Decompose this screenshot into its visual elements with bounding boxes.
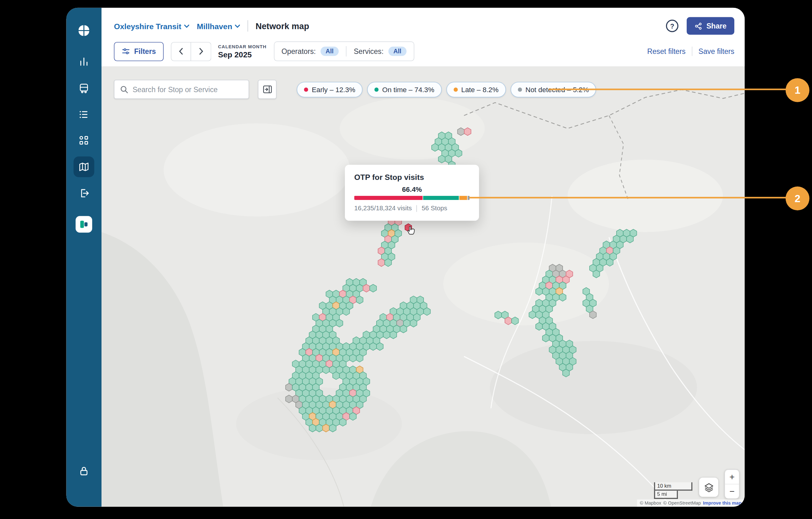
hex-cell[interactable] [432, 143, 438, 152]
sidebar-item-vehicles[interactable] [74, 78, 94, 99]
mapbox-attribution-link[interactable]: © Mapbox [640, 500, 661, 506]
hex-cell[interactable] [378, 258, 385, 266]
sidebar-item-workspace[interactable] [74, 214, 94, 235]
chevron-right-icon [199, 48, 203, 55]
logout-icon [78, 187, 90, 199]
lock-icon [78, 465, 90, 476]
panel-expand-button[interactable] [258, 80, 277, 99]
month-nav [171, 42, 211, 61]
hex-cell[interactable] [377, 343, 383, 350]
sidebar [66, 8, 102, 507]
operators-value-badge[interactable]: All [320, 47, 339, 56]
hex-cell[interactable] [356, 354, 363, 362]
legend-label: Early – 12.3% [312, 86, 355, 94]
sidebar-item-apps[interactable] [74, 130, 94, 151]
calendar-month: CALENDAR MONTH Sep 2025 [218, 44, 267, 59]
layers-button[interactable] [699, 477, 718, 497]
sidebar-item-logout[interactable] [74, 183, 94, 204]
hex-cell[interactable] [329, 425, 336, 432]
hex-cell[interactable] [563, 369, 569, 377]
tooltip-bar-segment-early [354, 196, 423, 200]
hex-cell[interactable] [400, 325, 407, 333]
search-input[interactable] [133, 85, 243, 93]
breadcrumb-org[interactable]: Oxleyshire Transit [114, 22, 190, 30]
hex-cell[interactable] [536, 288, 542, 295]
hex-cell[interactable] [286, 383, 292, 391]
hex-cell[interactable] [529, 311, 536, 319]
next-month-button[interactable] [191, 42, 211, 61]
hex-cell[interactable] [363, 284, 370, 292]
hex-cell[interactable] [589, 311, 596, 319]
tooltip-otp-value: 66.4% [354, 186, 470, 193]
hex-cell[interactable] [370, 343, 376, 350]
hex-cell[interactable] [286, 395, 292, 403]
network-map[interactable]: Early – 12.3%On time – 74.3%Late – 8.2%N… [102, 66, 745, 507]
hex-cell[interactable] [356, 296, 363, 304]
hex-cell[interactable] [607, 258, 613, 266]
hex-cell[interactable] [370, 284, 376, 292]
workspace-app-icon [76, 216, 92, 233]
hex-cell[interactable] [340, 418, 346, 426]
hex-cell[interactable] [627, 235, 633, 243]
hex-cell[interactable] [424, 308, 430, 316]
reset-filters-link[interactable]: Reset filters [647, 47, 686, 55]
map-attribution: © Mapbox © OpenStreetMap Improve this ma… [637, 499, 745, 507]
share-button[interactable]: Share [687, 17, 734, 35]
hex-cell[interactable] [410, 319, 417, 327]
help-button[interactable]: ? [666, 20, 678, 32]
hex-cell[interactable] [512, 317, 518, 325]
hex-cell[interactable] [505, 317, 512, 325]
hex-cell[interactable] [559, 293, 566, 301]
hex-cell[interactable] [323, 425, 329, 432]
zoom-in-button[interactable]: + [725, 470, 739, 484]
header: Oxleyshire Transit Millhaven Network map… [102, 8, 745, 66]
zoom-out-button[interactable]: − [725, 485, 739, 499]
hex-cell[interactable] [316, 425, 322, 432]
legend-pill[interactable]: Late – 8.2% [446, 82, 505, 98]
breadcrumb-region[interactable]: Millhaven [197, 22, 240, 30]
search-icon [120, 85, 128, 94]
hex-cell[interactable] [350, 354, 356, 362]
hex-cell[interactable] [593, 270, 600, 278]
hex-cell[interactable] [464, 128, 471, 135]
hex-cell[interactable] [390, 331, 397, 339]
hex-cell[interactable] [343, 308, 349, 316]
annotation-badge-2: 2 [786, 187, 810, 210]
operator-service-filters: Operators: All Services: All [274, 42, 414, 61]
legend-dot [374, 87, 378, 91]
hex-cell[interactable] [350, 412, 356, 420]
hex-cell[interactable] [383, 331, 390, 339]
legend-label: Late – 8.2% [461, 86, 498, 94]
filters-button[interactable]: Filters [114, 42, 164, 61]
chevron-down-icon [235, 24, 240, 28]
annotation-line-1 [549, 89, 787, 90]
legend-dot [518, 87, 522, 91]
tooltip-divider [416, 205, 417, 212]
hex-cell[interactable] [309, 425, 316, 432]
sidebar-item-analytics[interactable] [74, 51, 94, 72]
hex-cell[interactable] [543, 334, 549, 342]
legend-pill[interactable]: Early – 12.3% [297, 82, 362, 98]
sidebar-item-network-map[interactable] [74, 156, 94, 177]
sidebar-item-services[interactable] [74, 104, 94, 125]
hex-cell[interactable] [536, 323, 542, 330]
hex-cell[interactable] [457, 128, 464, 135]
services-value-badge[interactable]: All [388, 47, 406, 56]
hex-cell[interactable] [323, 366, 329, 374]
hex-cell[interactable] [333, 372, 339, 380]
hex-cell[interactable] [385, 258, 391, 266]
bus-icon [78, 82, 90, 94]
save-filters-link[interactable]: Save filters [699, 47, 734, 55]
services-label: Services: [354, 47, 383, 55]
legend-pill[interactable]: On time – 74.3% [367, 82, 441, 98]
hex-cell[interactable] [495, 311, 501, 319]
scale-km: 10 km [654, 482, 692, 490]
hex-cell[interactable] [336, 319, 343, 327]
sidebar-item-lock[interactable] [74, 461, 94, 482]
osm-attribution-link[interactable]: © OpenStreetMap [663, 500, 701, 506]
hex-cell[interactable] [455, 149, 462, 157]
prev-month-button[interactable] [171, 42, 191, 61]
improve-map-link[interactable]: Improve this map [703, 500, 742, 506]
hex-cell[interactable] [438, 155, 445, 163]
apps-grid-icon [78, 135, 90, 146]
